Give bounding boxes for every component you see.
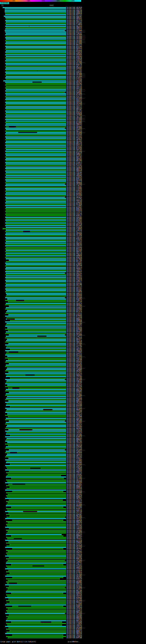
hit-bar[interactable]: [6, 164, 66, 164]
hit-bar[interactable]: [6, 109, 66, 110]
hit-bar[interactable]: [7, 510, 66, 510]
hit-bar[interactable]: [8, 512, 66, 513]
hit-bar[interactable]: [5, 20, 66, 21]
hit-bar[interactable]: [6, 76, 66, 77]
hit-bar[interactable]: [7, 327, 66, 328]
hit-bar[interactable]: [5, 66, 66, 67]
hit-bar[interactable]: [6, 446, 66, 447]
hit-bar[interactable]: [5, 465, 66, 466]
hit-bar[interactable]: [6, 476, 66, 478]
hit-bar[interactable]: [6, 620, 66, 621]
hit-bar[interactable]: [11, 622, 62, 622]
hit-bar[interactable]: [8, 608, 66, 610]
hit-bar[interactable]: [6, 92, 64, 93]
hit-bar[interactable]: [7, 375, 66, 376]
hit-bar[interactable]: [6, 155, 66, 156]
hit-bar[interactable]: [5, 188, 66, 189]
hit-bar[interactable]: [8, 541, 66, 542]
hit-bar[interactable]: [5, 240, 66, 240]
hit-bar[interactable]: [5, 202, 66, 203]
hit-bar[interactable]: [6, 215, 66, 216]
hit-bar[interactable]: [5, 162, 66, 163]
hit-bar[interactable]: [5, 490, 66, 490]
hit-bar[interactable]: [5, 271, 66, 272]
hit-bar[interactable]: [5, 214, 66, 215]
hit-bar[interactable]: [6, 18, 66, 20]
hit-bar[interactable]: [6, 582, 66, 582]
hit-bar[interactable]: [5, 10, 66, 11]
hit-bar[interactable]: [6, 73, 66, 74]
hit-bar[interactable]: [5, 395, 66, 396]
hit-bar[interactable]: [5, 165, 66, 166]
hit-bar[interactable]: [5, 251, 66, 252]
hit-bar[interactable]: [5, 448, 66, 449]
hit-bar[interactable]: [5, 424, 66, 424]
hit-bar[interactable]: [5, 304, 66, 305]
hit-bar[interactable]: [5, 626, 66, 627]
hit-bar[interactable]: [7, 574, 66, 575]
hit-bar[interactable]: [6, 571, 66, 572]
hit-bar[interactable]: [7, 323, 66, 324]
hit-bar[interactable]: [5, 518, 66, 519]
hit-bar[interactable]: [6, 24, 66, 25]
hit-bar[interactable]: [6, 623, 66, 624]
hit-bar[interactable]: [5, 482, 66, 483]
hit-bar[interactable]: [6, 364, 66, 366]
hit-bar[interactable]: [9, 528, 66, 529]
hit-bar[interactable]: [8, 359, 66, 360]
hit-bar[interactable]: [8, 458, 66, 459]
hit-bar[interactable]: [5, 604, 66, 606]
hit-bar[interactable]: [7, 385, 66, 386]
hit-bar[interactable]: [5, 263, 66, 264]
hit-bar[interactable]: [9, 602, 66, 602]
hit-bar[interactable]: [7, 432, 66, 433]
hit-bar[interactable]: [7, 294, 66, 295]
hit-bar[interactable]: [6, 563, 66, 564]
hit-bar[interactable]: [5, 286, 66, 286]
hit-bar[interactable]: [8, 617, 66, 618]
hit-bar[interactable]: [5, 30, 64, 31]
hit-bar[interactable]: [8, 445, 66, 446]
hit-bar[interactable]: [6, 594, 66, 595]
hit-bar[interactable]: [6, 70, 66, 71]
hit-bar[interactable]: [6, 398, 66, 399]
hit-bar[interactable]: [6, 50, 66, 51]
hit-bar[interactable]: [5, 105, 66, 106]
hit-bar[interactable]: [5, 69, 66, 70]
hit-bar[interactable]: [5, 379, 64, 380]
hit-bar[interactable]: [5, 194, 66, 195]
hit-bar[interactable]: [9, 306, 66, 306]
hit-bar[interactable]: [7, 298, 66, 300]
hit-bar[interactable]: [6, 521, 66, 522]
hit-bar[interactable]: [9, 614, 66, 616]
hit-bar[interactable]: [6, 258, 66, 259]
hit-bar[interactable]: [10, 464, 66, 465]
hit-bar[interactable]: [7, 488, 66, 489]
hit-bar[interactable]: [6, 332, 66, 332]
hit-bar[interactable]: [5, 245, 66, 246]
hit-bar[interactable]: [9, 334, 64, 335]
hit-bar[interactable]: [7, 404, 66, 404]
hit-bar[interactable]: [4, 16, 66, 17]
hit-bar[interactable]: [7, 425, 66, 426]
hit-bar[interactable]: [6, 103, 66, 104]
hit-bar[interactable]: [6, 466, 66, 468]
hit-bar[interactable]: [5, 154, 66, 154]
hit-bar[interactable]: [5, 291, 66, 292]
hit-bar[interactable]: [6, 172, 66, 173]
hit-bar[interactable]: [5, 122, 66, 123]
hit-bar[interactable]: [12, 635, 63, 636]
hit-bar[interactable]: [5, 366, 66, 367]
hit-bar[interactable]: [6, 558, 66, 559]
hit-bar[interactable]: [5, 225, 66, 226]
hit-bar[interactable]: [6, 22, 66, 22]
hit-bar[interactable]: [6, 83, 66, 84]
hit-bar[interactable]: [6, 550, 66, 551]
hit-bar[interactable]: [6, 221, 66, 222]
hit-bar[interactable]: [6, 284, 66, 285]
hit-bar[interactable]: [5, 13, 66, 14]
hit-bar[interactable]: [8, 522, 66, 524]
hit-bar[interactable]: [6, 455, 66, 456]
hit-bar[interactable]: [6, 422, 66, 423]
hit-bar[interactable]: [6, 485, 66, 486]
